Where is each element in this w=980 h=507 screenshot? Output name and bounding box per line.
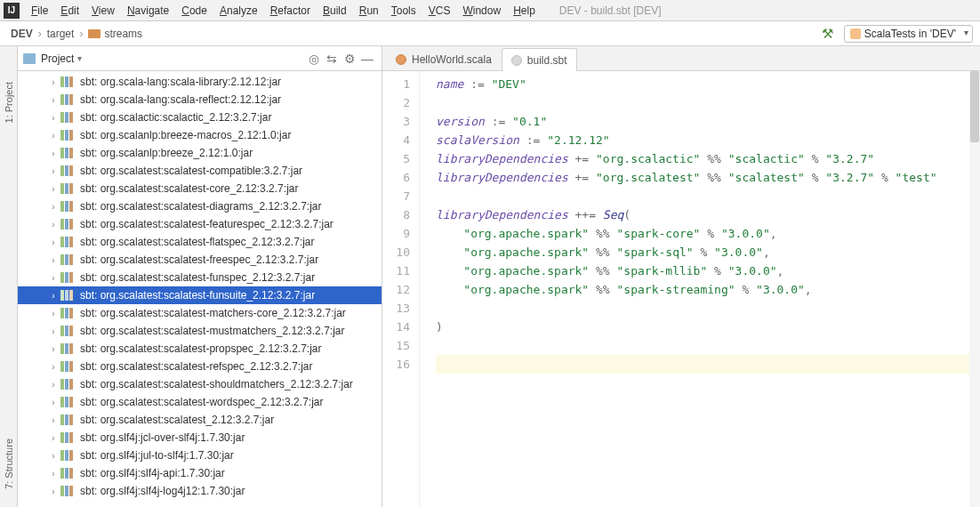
chevron-right-icon[interactable]: › [48, 113, 59, 123]
tool-tab-structure[interactable]: 7: Structure [4, 439, 14, 489]
chevron-right-icon[interactable]: › [48, 202, 59, 212]
tool-tab-project[interactable]: 1: Project [4, 82, 14, 123]
tree-item[interactable]: ›sbt: org.scalatest:scalatest-propspec_2… [18, 340, 382, 358]
chevron-right-icon[interactable]: › [48, 487, 59, 496]
scrollbar-thumb[interactable] [970, 71, 979, 142]
tree-item-label: sbt: org.scalatest:scalatest-wordspec_2.… [80, 396, 323, 408]
chevron-right-icon[interactable]: › [48, 255, 59, 265]
breadcrumb-root[interactable]: DEV [7, 26, 36, 42]
filetype-icon [396, 54, 406, 65]
line-number: 10 [382, 243, 410, 262]
line-number: 2 [382, 93, 410, 112]
line-number: 16 [382, 355, 410, 374]
tree-item[interactable]: ›sbt: org.scalatest:scalatest-compatible… [18, 162, 382, 180]
project-tree[interactable]: ›sbt: org.scala-lang:scala-library:2.12.… [18, 71, 382, 507]
chevron-right-icon[interactable]: › [48, 344, 59, 354]
chevron-right-icon[interactable]: › [48, 184, 59, 194]
tree-item[interactable]: ›sbt: org.scalatest:scalatest-mustmatche… [18, 322, 382, 340]
line-number: 3 [382, 112, 410, 131]
line-number: 4 [382, 131, 410, 149]
expand-all-icon[interactable]: ⇆ [323, 52, 341, 66]
chevron-right-icon[interactable]: › [48, 415, 59, 425]
chevron-right-icon[interactable]: › [48, 451, 59, 461]
tree-item[interactable]: ›sbt: org.scalanlp:breeze-macros_2.12:1.… [18, 126, 382, 144]
editor-scrollbar[interactable] [969, 71, 980, 507]
menu-window[interactable]: Window [456, 3, 507, 19]
tree-item-label: sbt: org.scalanlp:breeze-macros_2.12:1.0… [80, 129, 291, 141]
tree-item[interactable]: ›sbt: org.scalatest:scalatest-funsuite_2… [18, 286, 382, 304]
editor-tab[interactable]: HelloWorld.scala [386, 47, 502, 70]
breadcrumb-item[interactable]: streams [84, 26, 146, 42]
library-icon [60, 94, 75, 105]
run-config-select[interactable]: ScalaTests in 'DEV' [844, 25, 973, 43]
tree-item[interactable]: ›sbt: org.scalanlp:breeze_2.12:1.0:jar [18, 144, 382, 162]
chevron-right-icon[interactable]: › [48, 398, 59, 407]
chevron-right-icon[interactable]: › [48, 166, 59, 176]
menu-file[interactable]: File [25, 3, 54, 19]
chevron-right-icon[interactable]: › [48, 149, 59, 158]
library-icon [60, 414, 75, 425]
tree-item[interactable]: ›sbt: org.scalatest:scalatest-refspec_2.… [18, 358, 382, 375]
gear-icon[interactable]: ⚙ [341, 52, 358, 66]
chevron-right-icon[interactable]: › [48, 469, 59, 479]
menu-tools[interactable]: Tools [385, 3, 422, 19]
tree-item[interactable]: ›sbt: org.slf4j:slf4j-log4j12:1.7.30:jar [18, 482, 382, 500]
tree-item[interactable]: ›sbt: org.scala-lang:scala-reflect:2.12.… [18, 91, 382, 109]
menu-vcs[interactable]: VCS [422, 3, 457, 19]
tree-item[interactable]: ›sbt: org.scalatest:scalatest_2.12:3.2.7… [18, 411, 382, 429]
tree-item[interactable]: ›sbt: org.scala-lang:scala-library:2.12.… [18, 73, 382, 91]
tree-item-label: sbt: org.scalatest:scalatest-diagrams_2.… [80, 200, 321, 213]
tree-item[interactable]: ›sbt: org.scalatest:scalatest-wordspec_2… [18, 393, 382, 411]
tree-item-label: sbt: org.slf4j:jcl-over-slf4j:1.7.30:jar [80, 431, 245, 444]
chevron-right-icon[interactable]: › [48, 237, 59, 247]
editor-tab[interactable]: build.sbt [502, 48, 577, 71]
tree-item[interactable]: ›sbt: org.scalatest:scalatest-shouldmatc… [18, 375, 382, 393]
menu-edit[interactable]: Edit [54, 3, 85, 19]
line-number: 8 [382, 205, 410, 224]
library-icon [60, 379, 75, 390]
chevron-right-icon[interactable]: › [48, 326, 59, 336]
tree-item[interactable]: ›sbt: org.scalatest:scalatest-flatspec_2… [18, 233, 382, 251]
chevron-right-icon[interactable]: › [48, 77, 59, 87]
tree-item[interactable]: ›sbt: org.scalatest:scalatest-featurespe… [18, 215, 382, 233]
chevron-right-icon[interactable]: › [48, 362, 59, 372]
locate-icon[interactable]: ◎ [305, 52, 323, 66]
sidebar-title[interactable]: Project [41, 52, 74, 65]
chevron-right-icon[interactable]: › [48, 95, 59, 105]
tree-item[interactable]: ›sbt: org.slf4j:jcl-over-slf4j:1.7.30:ja… [18, 429, 382, 447]
tree-item[interactable]: ›sbt: org.scalatest:scalatest-diagrams_2… [18, 197, 382, 215]
code-body[interactable]: name := "DEV" version := "0.1" scalaVers… [420, 71, 980, 507]
tree-item[interactable]: ›sbt: org.slf4j:jul-to-slf4j:1.7.30:jar [18, 447, 382, 464]
menu-code[interactable]: Code [175, 3, 213, 19]
tree-item-label: sbt: org.scala-lang:scala-reflect:2.12.1… [80, 93, 281, 106]
chevron-right-icon[interactable]: › [48, 433, 59, 443]
menu-build[interactable]: Build [317, 3, 353, 19]
chevron-right-icon[interactable]: › [48, 309, 59, 318]
tree-item[interactable]: ›sbt: org.scalatest:scalatest-core_2.12:… [18, 180, 382, 197]
menu-run[interactable]: Run [353, 3, 385, 19]
menu-refactor[interactable]: Refactor [264, 3, 317, 19]
tree-item[interactable]: ›sbt: org.slf4j:slf4j-api:1.7.30:jar [18, 464, 382, 482]
menu-navigate[interactable]: Navigate [121, 3, 175, 19]
tree-item-label: sbt: org.scalatest:scalatest-flatspec_2.… [80, 236, 314, 248]
menu-analyze[interactable]: Analyze [213, 3, 264, 19]
chevron-right-icon[interactable]: › [48, 131, 59, 141]
menu-help[interactable]: Help [507, 3, 542, 19]
tree-item[interactable]: ›sbt: org.scalactic:scalactic_2.12:3.2.7… [18, 109, 382, 126]
tab-label: build.sbt [527, 54, 567, 67]
tree-item[interactable]: ›sbt: org.scalatest:scalatest-funspec_2.… [18, 269, 382, 286]
tree-item-label: sbt: org.slf4j:jul-to-slf4j:1.7.30:jar [80, 449, 234, 462]
library-icon [60, 308, 75, 318]
tree-item[interactable]: ›sbt: org.scalatest:scalatest-freespec_2… [18, 251, 382, 269]
chevron-right-icon[interactable]: › [48, 380, 59, 390]
chevron-down-icon[interactable]: ▾ [77, 53, 82, 63]
menu-view[interactable]: View [85, 3, 121, 19]
chevron-right-icon[interactable]: › [48, 220, 59, 229]
hide-icon[interactable]: — [358, 52, 376, 66]
breadcrumb-item[interactable]: target [44, 26, 78, 42]
tree-item[interactable]: ›sbt: org.scalatest:scalatest-matchers-c… [18, 304, 382, 322]
build-button[interactable]: ⚒ [819, 25, 837, 43]
tree-item-label: sbt: org.scalanlp:breeze_2.12:1.0:jar [80, 147, 253, 159]
chevron-right-icon[interactable]: › [48, 273, 59, 283]
chevron-right-icon[interactable]: › [48, 291, 59, 301]
